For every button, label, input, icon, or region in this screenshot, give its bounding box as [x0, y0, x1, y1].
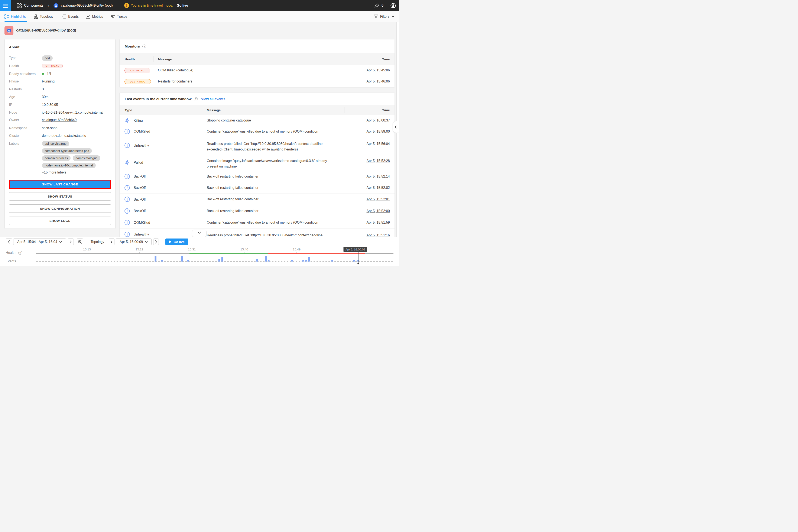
svg-text:15:40: 15:40: [241, 248, 248, 251]
svg-text:Apr 5, 16:00:09: Apr 5, 16:00:09: [345, 248, 365, 251]
svg-text:15:49: 15:49: [293, 248, 301, 251]
svg-text:15:31: 15:31: [188, 248, 196, 251]
svg-text:15:22: 15:22: [136, 248, 143, 251]
svg-text:15:13: 15:13: [83, 248, 91, 251]
